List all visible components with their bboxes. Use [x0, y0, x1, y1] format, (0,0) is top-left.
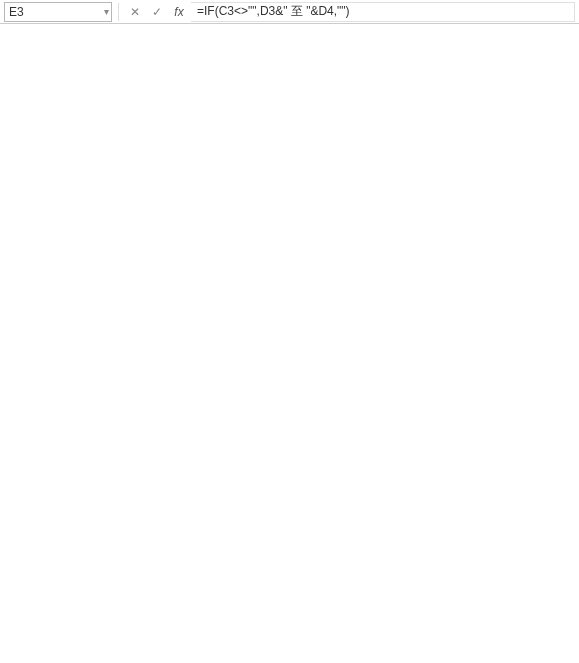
cancel-icon[interactable]: ✕: [125, 3, 145, 21]
formula-input[interactable]: =IF(C3<>"",D3&" 至 "&D4,""): [191, 2, 575, 22]
formula-text: =IF(C3<>"",D3&" 至 "&D4,""): [197, 3, 350, 20]
separator: [118, 3, 119, 21]
name-box[interactable]: E3 ▾: [4, 2, 112, 22]
enter-icon[interactable]: ✓: [147, 3, 167, 21]
fx-icon[interactable]: fx: [169, 3, 189, 21]
formula-bar: E3 ▾ ✕ ✓ fx =IF(C3<>"",D3&" 至 "&D4,""): [0, 0, 579, 24]
dropdown-icon[interactable]: ▾: [104, 6, 109, 17]
name-box-value: E3: [9, 5, 24, 19]
